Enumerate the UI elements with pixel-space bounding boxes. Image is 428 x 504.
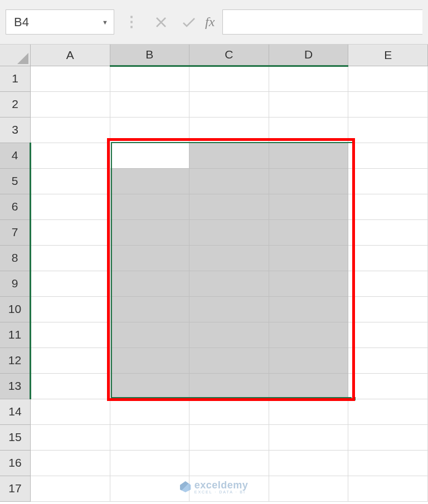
row-header-10[interactable]: 10	[0, 296, 30, 322]
cell-E10[interactable]	[348, 296, 428, 322]
cell-E1[interactable]	[348, 66, 428, 91]
cell-A5[interactable]	[30, 168, 110, 194]
row-header-2[interactable]: 2	[0, 91, 30, 117]
column-header-e[interactable]: E	[348, 45, 428, 66]
cell-D7[interactable]	[269, 219, 348, 245]
cell-A9[interactable]	[30, 271, 110, 296]
name-box[interactable]: B4 ▼	[6, 9, 114, 35]
formula-input[interactable]	[222, 9, 422, 35]
cell-A4[interactable]	[30, 143, 110, 168]
cell-D6[interactable]	[269, 194, 348, 219]
cell-B15[interactable]	[110, 424, 189, 450]
cell-D13[interactable]	[269, 373, 348, 399]
cell-C11[interactable]	[189, 322, 269, 348]
cell-C1[interactable]	[189, 66, 269, 91]
cell-D11[interactable]	[269, 322, 348, 348]
row-header-13[interactable]: 13	[0, 373, 30, 399]
cell-C6[interactable]	[189, 194, 269, 219]
cell-B10[interactable]	[110, 296, 189, 322]
cell-D9[interactable]	[269, 271, 348, 296]
cell-C15[interactable]	[189, 424, 269, 450]
cell-C16[interactable]	[189, 450, 269, 476]
enter-button[interactable]	[175, 9, 203, 35]
cell-B8[interactable]	[110, 245, 189, 271]
cell-C4[interactable]	[189, 143, 269, 168]
row-header-4[interactable]: 4	[0, 143, 30, 168]
cell-D14[interactable]	[269, 399, 348, 424]
cell-B1[interactable]	[110, 66, 189, 91]
cell-D15[interactable]	[269, 424, 348, 450]
cell-A13[interactable]	[30, 373, 110, 399]
cell-C14[interactable]	[189, 399, 269, 424]
cell-A10[interactable]	[30, 296, 110, 322]
cell-C8[interactable]	[189, 245, 269, 271]
cell-A11[interactable]	[30, 322, 110, 348]
cell-C10[interactable]	[189, 296, 269, 322]
chevron-down-icon[interactable]: ▼	[102, 19, 108, 26]
cell-C3[interactable]	[189, 117, 269, 143]
cell-D12[interactable]	[269, 348, 348, 373]
cell-E9[interactable]	[348, 271, 428, 296]
row-header-14[interactable]: 14	[0, 399, 30, 424]
cell-E8[interactable]	[348, 245, 428, 271]
cell-D10[interactable]	[269, 296, 348, 322]
cell-E7[interactable]	[348, 219, 428, 245]
cell-B14[interactable]	[110, 399, 189, 424]
cell-A15[interactable]	[30, 424, 110, 450]
cell-B11[interactable]	[110, 322, 189, 348]
select-all-corner[interactable]	[0, 45, 30, 66]
row-header-3[interactable]: 3	[0, 117, 30, 143]
column-header-a[interactable]: A	[30, 45, 110, 66]
cell-C9[interactable]	[189, 271, 269, 296]
cell-A8[interactable]	[30, 245, 110, 271]
row-header-16[interactable]: 16	[0, 450, 30, 476]
cell-D16[interactable]	[269, 450, 348, 476]
cell-E5[interactable]	[348, 168, 428, 194]
cell-B16[interactable]	[110, 450, 189, 476]
cell-B4[interactable]	[110, 143, 189, 168]
row-header-15[interactable]: 15	[0, 424, 30, 450]
row-header-17[interactable]: 17	[0, 476, 30, 501]
cell-D3[interactable]	[269, 117, 348, 143]
cell-B7[interactable]	[110, 219, 189, 245]
cell-E2[interactable]	[348, 91, 428, 117]
cell-E13[interactable]	[348, 373, 428, 399]
cell-A7[interactable]	[30, 219, 110, 245]
row-header-1[interactable]: 1	[0, 66, 30, 91]
cancel-button[interactable]	[147, 9, 175, 35]
cell-C5[interactable]	[189, 168, 269, 194]
column-header-c[interactable]: C	[189, 45, 269, 66]
cell-A14[interactable]	[30, 399, 110, 424]
cell-E15[interactable]	[348, 424, 428, 450]
cell-B9[interactable]	[110, 271, 189, 296]
cell-C12[interactable]	[189, 348, 269, 373]
cell-B2[interactable]	[110, 91, 189, 117]
column-header-d[interactable]: D	[269, 45, 348, 66]
row-header-9[interactable]: 9	[0, 271, 30, 296]
cell-D2[interactable]	[269, 91, 348, 117]
cell-A17[interactable]	[30, 476, 110, 501]
cell-A1[interactable]	[30, 66, 110, 91]
cell-E16[interactable]	[348, 450, 428, 476]
cell-D5[interactable]	[269, 168, 348, 194]
cell-B3[interactable]	[110, 117, 189, 143]
row-header-5[interactable]: 5	[0, 168, 30, 194]
row-header-11[interactable]: 11	[0, 322, 30, 348]
cell-A12[interactable]	[30, 348, 110, 373]
cell-D1[interactable]	[269, 66, 348, 91]
cell-E17[interactable]	[348, 476, 428, 501]
cell-D17[interactable]	[269, 476, 348, 501]
cell-B5[interactable]	[110, 168, 189, 194]
cell-A6[interactable]	[30, 194, 110, 219]
cell-B6[interactable]	[110, 194, 189, 219]
cell-C2[interactable]	[189, 91, 269, 117]
cell-E14[interactable]	[348, 399, 428, 424]
cell-E3[interactable]	[348, 117, 428, 143]
cell-E6[interactable]	[348, 194, 428, 219]
fill-handle[interactable]	[352, 397, 356, 401]
cell-A2[interactable]	[30, 91, 110, 117]
row-header-8[interactable]: 8	[0, 245, 30, 271]
cell-B17[interactable]	[110, 476, 189, 501]
column-header-b[interactable]: B	[110, 45, 189, 66]
row-header-12[interactable]: 12	[0, 348, 30, 373]
